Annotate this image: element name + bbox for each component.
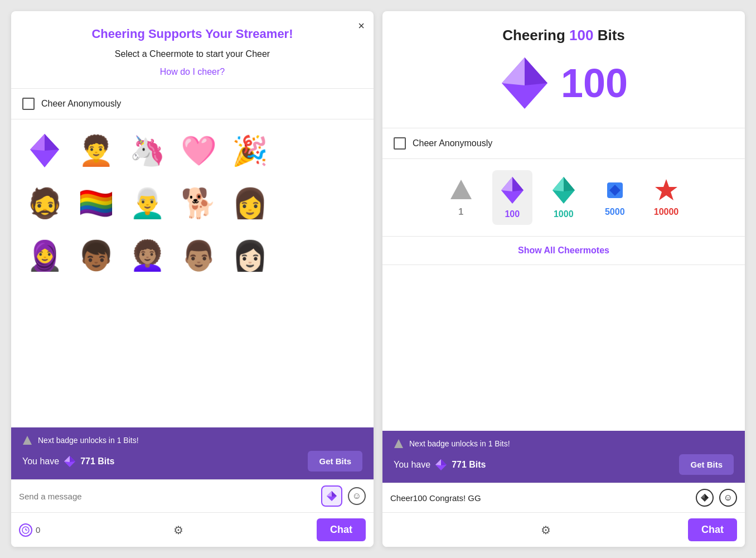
tier-1[interactable]: 1 <box>441 172 481 223</box>
svg-marker-32 <box>701 494 705 498</box>
cheermote-dog[interactable]: 🐕 <box>176 181 221 225</box>
settings-icon-left[interactable]: ⚙ <box>173 523 183 537</box>
cheermote-heart[interactable]: 🩷 <box>176 128 221 173</box>
cheer-anon-label-right: Cheer Anonymously <box>413 138 492 148</box>
bits-diamond-btn-right[interactable] <box>696 489 714 507</box>
svg-marker-28 <box>441 459 447 465</box>
bits-gem-left <box>64 455 76 468</box>
svg-marker-1 <box>45 134 59 151</box>
cheermotes-row-2: 🧔 🏳️‍🌈 👨‍🦳 🐕 👩 <box>22 181 362 225</box>
cheermote-face5[interactable]: 🧕 <box>22 233 67 278</box>
message-bar-right: ☺ <box>382 483 745 512</box>
show-cheermotes-link[interactable]: Show All Cheermotes <box>382 237 745 265</box>
cheermote-face4[interactable]: 👩 <box>227 181 272 225</box>
cheering-title-plain: Cheering <box>502 27 565 44</box>
cheermote-face2[interactable]: 🧔 <box>22 181 67 225</box>
next-badge-text-left: Next badge unlocks in 1 Bits! <box>38 436 139 445</box>
bits-amount-left: 771 Bits <box>80 456 114 466</box>
flex-spacer-right <box>382 265 745 431</box>
panels-container: × Cheering Supports Your Streamer! Selec… <box>0 0 756 558</box>
left-panel: × Cheering Supports Your Streamer! Selec… <box>11 11 374 547</box>
how-cheer-link[interactable]: How do I cheer? <box>160 67 225 76</box>
get-bits-button-right[interactable]: Get Bits <box>679 454 734 475</box>
close-button[interactable]: × <box>358 20 365 31</box>
next-badge-text-right: Next badge unlocks in 1 Bits! <box>409 439 510 448</box>
left-panel-title: Cheering Supports Your Streamer! <box>25 27 360 41</box>
cheermote-gem[interactable] <box>22 128 67 173</box>
bits-gem-right <box>435 459 447 471</box>
cheer-anon-checkbox-right[interactable] <box>394 137 406 150</box>
cheermote-face6[interactable]: 👦🏾 <box>74 233 118 278</box>
left-panel-header: × Cheering Supports Your Streamer! Selec… <box>11 11 374 89</box>
bits-bar-bottom-left: You have 771 Bits Get Bits <box>22 451 362 472</box>
clock-badge-left: 0 <box>19 523 40 537</box>
bits-bar-top-right: Next badge unlocks in 1 Bits! <box>394 439 734 449</box>
cheermote-party[interactable]: 🎉 <box>227 128 272 173</box>
get-bits-button-left[interactable]: Get Bits <box>308 451 362 472</box>
message-icons-right: ☺ <box>696 489 737 507</box>
cheering-title-number: 100 <box>569 27 593 44</box>
cheer-anon-row-right: Cheer Anonymously <box>382 128 745 159</box>
tier-1000[interactable]: 1000 <box>544 170 584 225</box>
cheermote-face8[interactable]: 👨🏽 <box>176 233 221 278</box>
settings-icon-right[interactable]: ⚙ <box>541 523 551 537</box>
you-have-right: You have 771 Bits <box>394 459 486 471</box>
svg-marker-6 <box>64 456 70 462</box>
cheermote-face7[interactable]: 👩🏽‍🦱 <box>125 233 169 278</box>
cheermote-unicorn[interactable]: 🦄 <box>125 128 169 173</box>
cheermote-face3[interactable]: 👨‍🦳 <box>125 181 169 225</box>
cheering-title-right: Cheering 100 Bits <box>396 27 731 44</box>
big-gem-icon <box>500 55 550 111</box>
you-have-label-left: You have <box>22 456 59 466</box>
cheering-title-bits: Bits <box>598 27 625 44</box>
svg-marker-26 <box>394 439 403 448</box>
svg-marker-31 <box>705 494 709 498</box>
cheermote-face1[interactable]: 🧑‍🦱 <box>74 128 118 173</box>
cheer-anon-label-left: Cheer Anonymously <box>41 99 121 109</box>
left-panel-subtitle: Select a Cheermote to start your Cheer <box>25 49 360 59</box>
tier-100-label: 100 <box>505 209 520 219</box>
you-have-left: You have 771 Bits <box>22 455 115 468</box>
big-number-display: 100 <box>561 60 628 106</box>
svg-marker-29 <box>435 459 441 465</box>
bits-bar-left: Next badge unlocks in 1 Bits! You have 7… <box>11 427 374 479</box>
bits-bar-top-left: Next badge unlocks in 1 Bits! <box>22 435 362 445</box>
cheermote-tiers: 1 100 1000 <box>382 159 745 237</box>
message-input-left[interactable] <box>19 492 316 501</box>
bits-amount-right: 771 Bits <box>452 460 486 470</box>
svg-marker-25 <box>655 179 677 200</box>
tier-1-label: 1 <box>458 207 463 217</box>
emoji-btn-right[interactable]: ☺ <box>719 489 737 507</box>
tier-100[interactable]: 100 <box>492 170 532 225</box>
tier-5000[interactable]: 5000 <box>595 172 635 223</box>
message-input-right[interactable] <box>390 493 690 503</box>
cheer-anon-checkbox-left[interactable] <box>22 98 35 110</box>
chat-button-left[interactable]: Chat <box>317 518 366 541</box>
cheer-anon-row-left: Cheer Anonymously <box>11 89 374 119</box>
big-gem-area: 100 <box>396 55 731 111</box>
tier-10000[interactable]: 10000 <box>646 172 687 223</box>
svg-marker-8 <box>332 491 337 497</box>
svg-marker-15 <box>502 57 525 85</box>
svg-marker-5 <box>70 456 75 462</box>
right-panel: Cheering 100 Bits 100 Cheer Anonymously <box>382 11 745 547</box>
cheermote-face9[interactable]: 👩🏻 <box>227 233 272 278</box>
tier-10000-label: 10000 <box>654 207 679 217</box>
bits-bar-right: Next badge unlocks in 1 Bits! You have 7… <box>382 431 745 483</box>
svg-marker-3 <box>23 436 32 445</box>
svg-marker-14 <box>525 57 547 85</box>
chat-action-bar-left: 0 ⚙ Chat <box>11 512 374 547</box>
svg-marker-16 <box>450 180 472 199</box>
emoji-button-left[interactable]: ☺ <box>348 487 366 505</box>
right-panel-header: Cheering 100 Bits 100 <box>382 11 745 128</box>
cheermote-rainbow[interactable]: 🏳️‍🌈 <box>74 181 118 225</box>
cheermotes-row-3: 🧕 👦🏾 👩🏽‍🦱 👨🏽 👩🏻 <box>22 233 362 278</box>
chat-button-right[interactable]: Chat <box>688 518 737 541</box>
svg-marker-18 <box>512 177 524 191</box>
bits-icon-button-left[interactable] <box>321 485 342 507</box>
clock-icon-left <box>19 523 32 537</box>
cheermotes-grid-left: 🧑‍🦱 🦄 🩷 🎉 🧔 🏳️‍🌈 <box>11 119 374 427</box>
chat-action-bar-right: ⚙ Chat <box>382 512 745 547</box>
cheermotes-row-1: 🧑‍🦱 🦄 🩷 🎉 <box>22 128 362 173</box>
tier-1000-label: 1000 <box>554 209 574 219</box>
